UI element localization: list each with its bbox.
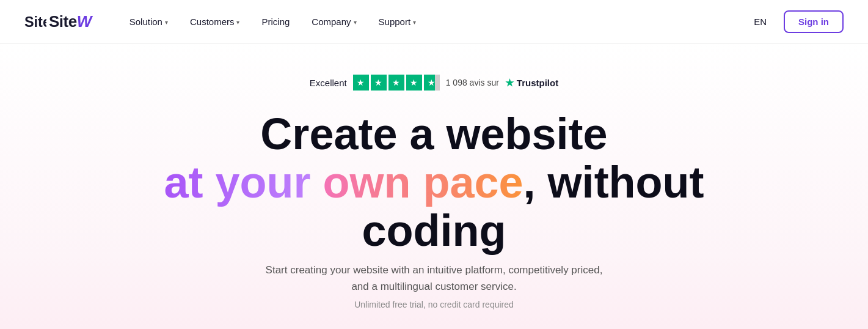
language-selector[interactable]: EN bbox=[749, 14, 771, 29]
hero-note: Unlimited free trial, no credit card req… bbox=[354, 300, 514, 309]
star-1: ★ bbox=[353, 75, 369, 91]
chevron-down-icon: ▾ bbox=[165, 19, 168, 26]
signin-button[interactable]: Sign in bbox=[784, 10, 844, 33]
nav-item-pricing[interactable]: Pricing bbox=[253, 12, 298, 32]
nav-item-company[interactable]: Company ▾ bbox=[303, 12, 365, 32]
nav-item-support-label: Support bbox=[379, 17, 411, 27]
trustpilot-star-icon: ★ bbox=[505, 77, 514, 89]
svg-text:Site: Site bbox=[24, 14, 46, 30]
nav-item-customers-label: Customers bbox=[190, 17, 235, 27]
hero-title-line2: at your own pace, without coding bbox=[159, 158, 709, 255]
trustpilot-brand: ★ Trustpilot bbox=[505, 77, 558, 89]
nav-item-support[interactable]: Support ▾ bbox=[370, 12, 425, 32]
star-4: ★ bbox=[406, 75, 422, 91]
trustpilot-excellent: Excellent bbox=[310, 78, 347, 88]
logo-icon: Site bbox=[24, 13, 46, 31]
navbar: Site SiteW Solution ▾ Customers ▾ Pricin… bbox=[0, 0, 868, 44]
hero-title-own-pace: own pace bbox=[323, 158, 523, 207]
nav-item-customers[interactable]: Customers ▾ bbox=[181, 12, 249, 32]
nav-item-solution-label: Solution bbox=[129, 17, 162, 27]
trustpilot-brand-name: Trustpilot bbox=[517, 78, 558, 88]
hero-title-line1: Create a website bbox=[159, 110, 709, 158]
star-3: ★ bbox=[388, 75, 404, 91]
hero-title: Create a website at your own pace, witho… bbox=[159, 110, 709, 256]
hero-title-at-your: at your bbox=[164, 158, 323, 207]
star-2: ★ bbox=[371, 75, 387, 91]
logo[interactable]: Site SiteW bbox=[24, 12, 92, 31]
hero-section: Excellent ★ ★ ★ ★ ★ 1 098 avis sur ★ Tru… bbox=[0, 44, 868, 329]
nav-item-pricing-label: Pricing bbox=[261, 17, 290, 27]
nav-right: EN Sign in bbox=[749, 10, 844, 33]
trustpilot-count: 1 098 avis sur bbox=[446, 78, 499, 87]
chevron-down-icon: ▾ bbox=[413, 19, 416, 26]
star-5: ★ bbox=[424, 75, 440, 91]
logo-site: Site bbox=[49, 12, 77, 31]
nav-links: Solution ▾ Customers ▾ Pricing Company ▾… bbox=[121, 12, 749, 32]
trustpilot-bar: Excellent ★ ★ ★ ★ ★ 1 098 avis sur ★ Tru… bbox=[310, 75, 558, 91]
logo-w: W bbox=[77, 12, 92, 31]
hero-subtitle: Start creating your website with an intu… bbox=[263, 262, 605, 295]
chevron-down-icon: ▾ bbox=[354, 19, 357, 26]
nav-item-company-label: Company bbox=[312, 17, 351, 27]
trustpilot-stars: ★ ★ ★ ★ ★ bbox=[353, 75, 440, 91]
nav-item-solution[interactable]: Solution ▾ bbox=[121, 12, 177, 32]
chevron-down-icon: ▾ bbox=[236, 19, 239, 26]
